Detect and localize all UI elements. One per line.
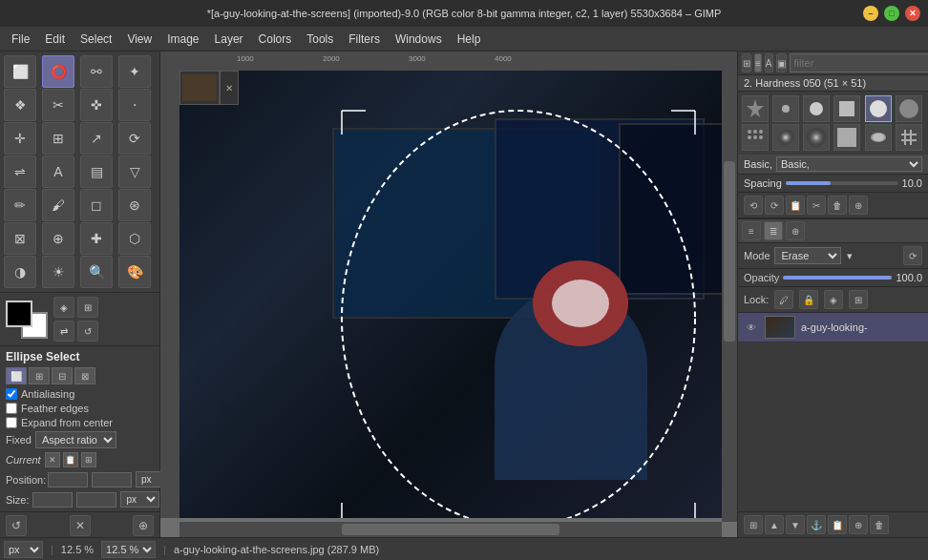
brush-item-chalk[interactable] [865,124,892,151]
minimize-button[interactable]: – [863,6,878,21]
color-picker-tool[interactable]: 🎨 [118,256,151,288]
close-button[interactable]: ✕ [905,6,920,21]
layer-action-new[interactable]: ⊞ [744,515,763,534]
airbrush-tool[interactable]: ⊛ [118,189,151,221]
flip-tool[interactable]: ⇌ [4,156,36,188]
current-icon-close[interactable]: ✕ [45,452,60,467]
eraser-tool[interactable]: ◻ [80,189,113,221]
brush-item-feather[interactable] [803,124,830,151]
brush-action-delete[interactable]: 🗑 [828,196,847,215]
layers-tab-menu[interactable]: ≡ [742,221,761,240]
brush-item-circle-xl[interactable] [896,95,922,122]
blend-tool[interactable]: ▽ [118,156,151,188]
menu-help[interactable]: Help [450,31,489,48]
maximize-button[interactable]: □ [884,6,899,21]
brush-item-square[interactable] [833,95,860,122]
redo-button[interactable]: ✕ [70,515,91,536]
canvas-container[interactable]: ✕ [179,71,737,518]
opacity-slider[interactable] [783,276,892,280]
vscroll-thumb[interactable] [724,161,735,342]
brush-item-hash[interactable] [896,124,922,151]
rectangle-select-tool[interactable]: ⬜ [4,55,36,88]
select-by-color-tool[interactable]: ❖ [4,89,36,121]
add-mode-button[interactable]: ⊞ [29,367,50,384]
restore-button[interactable]: ⊕ [133,515,154,536]
foreground-color-swatch[interactable] [6,301,32,327]
zoom-select[interactable]: 12.5 % 25 % 50 % 100 % [101,541,156,558]
horizontal-scrollbar[interactable] [179,522,722,537]
menu-windows[interactable]: Windows [388,31,450,48]
lock-alpha-button[interactable]: ◈ [824,290,843,309]
layer-mode-select[interactable]: Normal Dissolve Screen Overlay Multiply … [774,247,841,264]
brightness-tool[interactable]: ☀ [42,256,74,288]
layer-action-duplicate[interactable]: 📋 [828,515,847,534]
move-tool[interactable]: ✛ [4,122,36,155]
foreground-select-tool[interactable]: ✜ [80,89,113,121]
spacing-slider[interactable] [786,181,898,185]
brush-action-new[interactable]: ⊕ [849,196,868,215]
text-tool[interactable]: A [42,156,74,188]
brush-item-circle-hard[interactable] [865,95,892,122]
color-swatches[interactable] [6,301,48,339]
replace-mode-button[interactable]: ⬜ [6,367,27,384]
antialiasing-checkbox[interactable] [6,388,17,400]
size-h-input[interactable] [76,492,116,508]
menu-view[interactable]: View [119,31,159,48]
layer-action-up[interactable]: ▲ [765,515,784,534]
position-y-input[interactable]: 824 [92,472,132,487]
pencil-tool[interactable]: ✏ [4,189,36,221]
brush-preset-select[interactable]: Basic, Advanced [776,156,922,172]
paintbrush-tool[interactable]: 🖌 [42,189,74,221]
current-icon-copy[interactable]: 📋 [63,452,78,467]
menu-filters[interactable]: Filters [341,31,388,48]
reset-colors-icon[interactable]: ↺ [77,321,98,342]
brush-action-copy[interactable]: 📋 [786,196,805,215]
panel-tab-icon3[interactable]: A [765,53,773,73]
brush-item-dots[interactable] [742,124,769,151]
subtract-mode-button[interactable]: ⊟ [52,367,73,384]
current-icon-paste[interactable]: ⊞ [81,452,96,467]
warp-tool[interactable]: ⟳ [118,122,151,155]
layers-tab-new[interactable]: ⊕ [786,221,805,240]
brush-filter-input[interactable] [790,53,928,73]
thumbnail-close[interactable]: ✕ [220,71,239,105]
layer-action-anchor[interactable]: ⚓ [807,515,826,534]
vertical-scrollbar[interactable] [722,71,737,522]
menu-file[interactable]: File [4,31,37,48]
brush-action-cut[interactable]: ✂ [807,196,826,215]
menu-layer[interactable]: Layer [207,31,251,48]
free-select-tool[interactable]: ⚯ [80,55,113,88]
fixed-select[interactable]: None Aspect ratio Aspect ratio Width Hei… [35,431,116,448]
align-tool[interactable]: ⊞ [42,122,74,155]
expand-from-center-checkbox[interactable] [6,417,17,428]
perspective-clone-tool[interactable]: ⬡ [118,222,151,255]
panel-tab-icon2[interactable]: ≡ [754,53,762,73]
clone-tool[interactable]: ⊕ [42,222,74,255]
fuzzy-select-tool[interactable]: ✦ [118,55,151,88]
layer-item-0[interactable]: 👁 a-guy-looking- [738,313,928,342]
brush-action-redo[interactable]: ⟳ [765,196,784,215]
lock-pixel-button[interactable]: 🖊 [774,290,793,309]
healing-tool[interactable]: ✚ [80,222,113,255]
layer-action-down[interactable]: ▼ [786,515,805,534]
ink-tool[interactable]: ⊠ [4,222,36,255]
layers-tab-list[interactable]: ≣ [764,221,783,240]
layer-action-merge[interactable]: ⊕ [849,515,868,534]
zoom-tool[interactable]: 🔍 [80,256,113,288]
window-controls[interactable]: – □ ✕ [863,6,920,21]
brush-item-soft[interactable] [772,124,799,151]
intersect-mode-button[interactable]: ⊠ [74,367,95,384]
brush-action-undo[interactable]: ⟲ [744,196,763,215]
size-w-input[interactable] [32,492,73,508]
crop-tool[interactable]: ⬝ [118,89,151,121]
lock-position-button[interactable]: 🔒 [799,290,818,309]
unit-select[interactable]: px mm % [4,541,43,558]
feather-edges-checkbox[interactable] [6,403,17,414]
lock-all-button[interactable]: ⊞ [849,290,868,309]
bucket-fill-tool[interactable]: ▤ [80,156,113,188]
layer-action-delete[interactable]: 🗑 [870,515,889,534]
menu-colors[interactable]: Colors [251,31,300,48]
size-unit-select[interactable]: px mm % [120,491,159,508]
swap-colors-icon[interactable]: ⇄ [53,321,74,342]
scissors-select-tool[interactable]: ✂ [42,89,74,121]
